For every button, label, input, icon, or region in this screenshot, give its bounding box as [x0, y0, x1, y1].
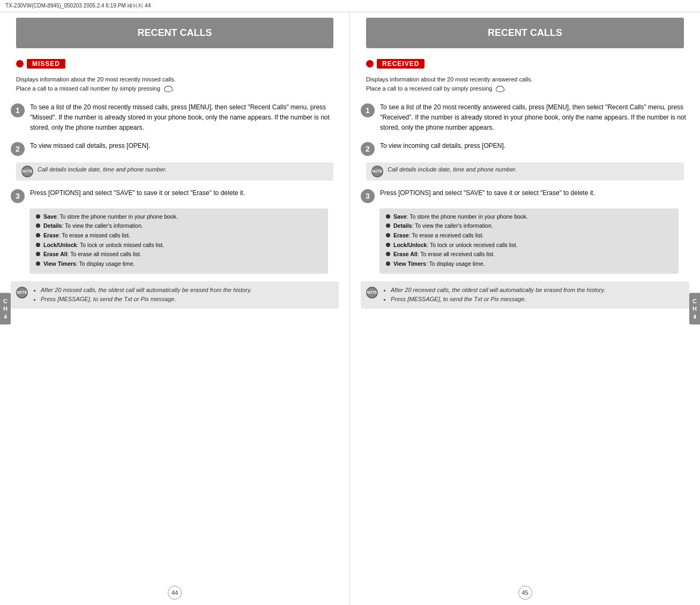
- right-bullet-dot-5: [386, 252, 390, 256]
- left-bullet-label-3: Erase: [43, 232, 59, 238]
- right-step1-text: To see a list of the 20 most recently an…: [380, 102, 689, 133]
- top-bar-text: TX-230VW(CDM-8945)_050203 2005.2.4 6:19 …: [5, 3, 151, 9]
- left-bullet-box: Save: To store the phone number in your …: [29, 208, 328, 274]
- left-note1-icon: NOTE: [21, 166, 33, 177]
- right-bullet-dot-6: [386, 262, 390, 266]
- page-right: CH4 RECENT CALLS RECEIVED Displays infor…: [350, 12, 700, 605]
- left-phone-icon: [164, 86, 173, 92]
- received-dot: [366, 60, 374, 68]
- left-bullet-dot-1: [36, 214, 40, 219]
- right-step3-num: 3: [361, 189, 375, 203]
- right-bullet-3: Erase: To erase a received calls list.: [386, 231, 672, 240]
- right-note2-text: After 20 received calls, the oldest call…: [382, 286, 605, 304]
- right-step2-text: To view incoming call details, press [OP…: [380, 141, 505, 151]
- missed-label: MISSED: [27, 59, 65, 69]
- left-note2-item1: After 20 missed calls, the oldest call w…: [41, 286, 252, 295]
- left-bullet-dot-3: [36, 233, 40, 237]
- right-bullet-desc-4: : To lock or unlock received calls list.: [427, 242, 517, 248]
- left-bullet-2: Details: To view the caller's informatio…: [36, 222, 322, 230]
- right-phone-icon: [496, 86, 504, 92]
- left-bullet-label-6: View Timers: [43, 260, 76, 267]
- ch-tab-right: CH4: [689, 293, 700, 325]
- left-note1-text: Call details include date, time and phon…: [38, 166, 167, 174]
- right-intro-line1: Displays information about the 20 most r…: [366, 76, 533, 83]
- right-bullet-dot-2: [386, 223, 390, 228]
- left-step3-text: Press [OPTIONS] and select "SAVE" to sav…: [30, 188, 245, 198]
- left-bullet-5: Erase All: To erase all missed calls lis…: [36, 250, 322, 258]
- right-intro: Displays information about the 20 most r…: [366, 75, 684, 93]
- right-bullet-1: Save: To store the phone number in your …: [386, 213, 672, 221]
- right-note2: NOTE After 20 received calls, the oldest…: [361, 281, 689, 309]
- right-note2-item2: Press [MESSAGE], to send the Txt or Pix …: [391, 295, 605, 304]
- ch-tab-left: CH4: [0, 293, 11, 325]
- left-intro-line2: Place a call to a missed call number by …: [16, 85, 160, 92]
- left-section-tag: MISSED: [16, 59, 333, 69]
- left-step3: 3 Press [OPTIONS] and select "SAVE" to s…: [11, 188, 339, 203]
- right-intro-line2: Place a call to a received call by simpl…: [366, 85, 492, 92]
- right-section-tag: RECEIVED: [366, 59, 684, 69]
- left-bullet-desc-4: : To lock or unlock missed calls list.: [77, 242, 164, 248]
- right-step2-num: 2: [361, 142, 375, 156]
- left-note2: NOTE After 20 missed calls, the oldest c…: [11, 281, 339, 309]
- right-step1: 1 To see a list of the 20 most recently …: [361, 102, 689, 133]
- right-note1: NOTE Call details include date, time and…: [366, 162, 684, 181]
- right-note2-item1: After 20 received calls, the oldest call…: [391, 286, 605, 295]
- right-bullet-desc-3: : To erase a received calls list.: [409, 232, 484, 238]
- left-bullet-6: View Timers: To display usage time.: [36, 260, 322, 268]
- right-page-num: 45: [518, 586, 532, 600]
- left-bullet-desc-6: : To display usage time.: [76, 260, 135, 267]
- right-note2-icon: NOTE: [366, 287, 378, 298]
- right-bullet-5: Erase All: To erase all received calls l…: [386, 250, 672, 258]
- right-bullet-desc-1: : To store the phone number in your phon…: [407, 213, 528, 220]
- right-bullet-dot-3: [386, 233, 390, 237]
- left-bullet-dot-4: [36, 243, 40, 247]
- left-note1: NOTE Call details include date, time and…: [16, 162, 333, 181]
- right-step3-text: Press [OPTIONS] and select "SAVE" to sav…: [380, 188, 595, 198]
- left-step2-text: To view missed call details, press [OPEN…: [30, 141, 150, 151]
- left-step2-num: 2: [11, 142, 25, 156]
- left-bullet-desc-1: : To store the phone number in your phon…: [57, 213, 178, 220]
- left-bullet-desc-3: : To erase a missed calls list.: [59, 232, 130, 238]
- right-bullet-4: Lock/Unlock: To lock or unlock received …: [386, 241, 672, 249]
- right-bullet-2: Details: To view the caller's informatio…: [386, 222, 672, 230]
- right-bullet-desc-5: : To erase all received calls list.: [418, 251, 495, 257]
- left-step2: 2 To view missed call details, press [OP…: [11, 141, 339, 156]
- right-step1-num: 1: [361, 103, 375, 117]
- received-label: RECEIVED: [377, 59, 425, 69]
- right-step3: 3 Press [OPTIONS] and select "SAVE" to s…: [361, 188, 689, 203]
- right-bullet-box: Save: To store the phone number in your …: [379, 208, 679, 274]
- left-bullet-desc-5: : To erase all missed calls list.: [68, 251, 142, 257]
- left-intro-line1: Displays information about the 20 most r…: [16, 76, 176, 83]
- left-header: RECENT CALLS: [16, 18, 333, 48]
- left-bullet-3: Erase: To erase a missed calls list.: [36, 231, 322, 240]
- missed-dot: [16, 60, 24, 68]
- page-left: CH4 RECENT CALLS MISSED Displays informa…: [0, 12, 350, 605]
- left-bullet-label-2: Details: [43, 222, 62, 229]
- left-step1: 1 To see a list of the 20 most recently …: [11, 102, 339, 133]
- right-bullet-label-2: Details: [393, 222, 412, 229]
- right-bullet-desc-6: : To display usage time.: [426, 260, 485, 267]
- left-intro: Displays information about the 20 most r…: [16, 75, 333, 93]
- right-bullet-desc-2: : To view the caller's information.: [412, 222, 493, 229]
- left-note2-icon: NOTE: [16, 287, 28, 298]
- left-bullet-desc-2: : To view the caller's information.: [62, 222, 143, 229]
- right-bullet-label-4: Lock/Unlock: [393, 242, 427, 248]
- right-bullet-label-1: Save: [393, 213, 407, 220]
- left-note2-text: After 20 missed calls, the oldest call w…: [32, 286, 252, 304]
- right-bullet-label-6: View Timers: [393, 260, 426, 267]
- left-step1-text: To see a list of the 20 most recently mi…: [30, 102, 339, 133]
- right-note1-icon: NOTE: [371, 166, 383, 177]
- left-step1-num: 1: [11, 103, 25, 117]
- left-bullet-label-4: Lock/Unlock: [43, 242, 77, 248]
- right-bullet-6: View Timers: To display usage time.: [386, 260, 672, 268]
- right-header: RECENT CALLS: [366, 18, 684, 48]
- right-step2: 2 To view incoming call details, press […: [361, 141, 689, 156]
- right-bullet-dot-1: [386, 214, 390, 219]
- left-bullet-label-5: Erase All: [43, 251, 68, 257]
- left-note2-item2: Press [MESSAGE], to send the Txt or Pix …: [41, 295, 252, 304]
- left-bullet-dot-5: [36, 252, 40, 256]
- left-step3-num: 3: [11, 189, 25, 203]
- left-bullet-dot-6: [36, 262, 40, 266]
- right-bullet-dot-4: [386, 243, 390, 247]
- left-bullet-label-1: Save: [43, 213, 57, 220]
